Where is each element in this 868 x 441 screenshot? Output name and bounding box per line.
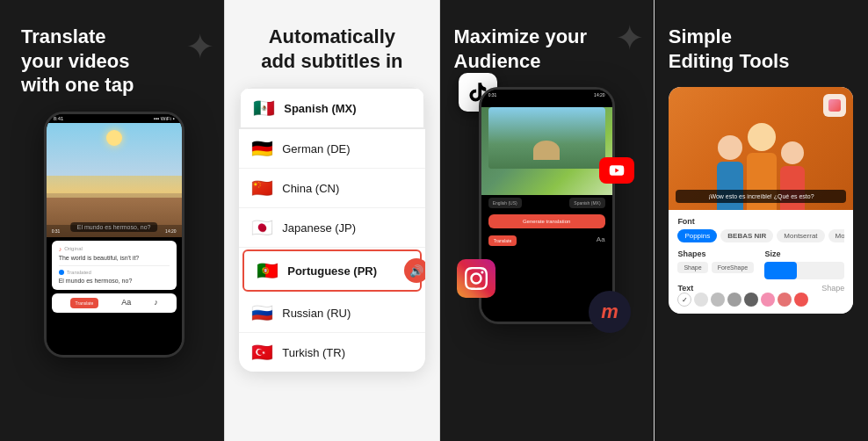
sky-bg xyxy=(47,123,182,176)
editing-card: ¡Wow esto es increíble! ¿Qué es esto? Fo… xyxy=(669,87,853,314)
audience-video-inner xyxy=(488,107,605,169)
panel-editing: SimpleEditing Tools xyxy=(655,0,868,441)
translated-text: El mundo es hermoso, no? xyxy=(59,277,170,285)
audience-video xyxy=(481,107,612,195)
font-bebas[interactable]: BEBAS NIR xyxy=(720,229,773,242)
edit-small-icon xyxy=(823,94,846,117)
lang-name-portuguese: Portuguese (PR) xyxy=(287,264,377,278)
two-col-section: Shapes Shape ForeShape Size xyxy=(677,249,844,279)
font-row: Poppins BEBAS NIR Montserrat Mon xyxy=(677,229,844,242)
edit-controls-area: Font Poppins BEBAS NIR Montserrat Mon Sh… xyxy=(669,210,853,314)
lang-item-spanish[interactable]: 🇲🇽 Spanish (MX) xyxy=(239,87,424,129)
edit-photo-area: ¡Wow esto es increíble! ¿Qué es esto? xyxy=(669,87,853,210)
flag-cn: 🇨🇳 xyxy=(251,177,273,199)
font-montserrat[interactable]: Montserrat xyxy=(777,229,824,242)
translate-button[interactable]: Translate xyxy=(70,298,99,308)
park-scene xyxy=(488,107,605,169)
person-3-body xyxy=(780,166,805,210)
status-bar-1: 8:41 ▪▪▪ WiFi ▪ xyxy=(47,114,182,123)
audience-status-bar: 0:31 14:20 xyxy=(481,90,612,100)
lang-name-spanish: Spanish (MX) xyxy=(284,102,356,115)
color-row: ✓ xyxy=(677,293,844,307)
color-swatch-3[interactable] xyxy=(727,293,741,307)
color-swatch-1[interactable] xyxy=(694,293,708,307)
flag-de: 🇩🇪 xyxy=(251,138,273,159)
shape-chip-2[interactable]: ForeShape xyxy=(712,262,755,273)
speaker-icon: 🔊 xyxy=(404,258,425,283)
panel-subtitles: Automaticallyadd subtitles in ✓ 🇲🇽 Spani… xyxy=(225,0,438,441)
audience-time-right: 14:20 xyxy=(594,92,605,98)
youtube-logo xyxy=(599,157,634,184)
person-2-head xyxy=(748,123,776,151)
translated-label-row: Translated xyxy=(59,270,170,275)
panel-translate: ✦ Translateyour videosEl mundo es hermos… xyxy=(0,0,224,441)
color-swatch-check[interactable]: ✓ xyxy=(677,293,691,307)
lang-name-german: German (DE) xyxy=(282,142,350,155)
color-swatch-6[interactable] xyxy=(778,293,792,307)
phone-bottom-icons: Translate Aa xyxy=(481,232,612,249)
sun-icon xyxy=(106,130,122,146)
font-montserrat-2[interactable]: Mon xyxy=(828,229,845,242)
lang-item-china[interactable]: 🇨🇳 China (CN) xyxy=(239,169,424,208)
aa-icon: Aa xyxy=(597,235,605,246)
lang-item-german[interactable]: 🇩🇪 German (DE) xyxy=(239,129,424,169)
lang-item-turkish[interactable]: 🇹🇷 Turkish (TR) xyxy=(239,333,424,372)
audience-screen: 0:31 14:20 English (US) Spanish (MX) xyxy=(481,90,612,322)
flag-jp: 🇯🇵 xyxy=(251,217,273,238)
size-section-label: Size xyxy=(764,249,844,258)
flag-tr: 🇹🇷 xyxy=(251,342,273,363)
m-brand-logo: m xyxy=(589,291,631,333)
translate-bottom-btn[interactable]: Translate xyxy=(488,235,517,246)
audience-phone-wrapper: 0:31 14:20 English (US) Spanish (MX) xyxy=(476,87,617,324)
size-slider[interactable] xyxy=(764,262,844,279)
video-time-right: 14:20 xyxy=(165,228,177,234)
blue-dot-icon xyxy=(59,270,64,275)
instagram-logo xyxy=(457,259,495,298)
card-divider xyxy=(59,265,170,266)
shape-chip-1[interactable]: Shape xyxy=(677,262,707,273)
lang-name-japanese: Japanese (JP) xyxy=(282,221,356,235)
text-label: Text xyxy=(677,284,693,293)
color-swatch-5[interactable] xyxy=(761,293,775,307)
video-time-left: 0:31 xyxy=(52,228,61,234)
shapes-label-2: Shape xyxy=(821,284,844,293)
translation-card: ♪ Original The world is beautiful, isn't… xyxy=(52,241,177,290)
color-swatch-4[interactable] xyxy=(744,293,758,307)
phone-mockup-1: 8:41 ▪▪▪ WiFi ▪ El mundo es hermoso, no?… xyxy=(44,112,184,358)
original-label: ♪ Original xyxy=(59,246,170,252)
shapes-row: Shape ForeShape xyxy=(677,262,757,273)
person-3-head xyxy=(781,141,804,164)
flag-mx: 🇲🇽 xyxy=(253,98,275,119)
panel-2-title: Automaticallyadd subtitles in xyxy=(239,25,424,73)
lang-item-japanese[interactable]: 🇯🇵 Japanese (JP) xyxy=(239,208,424,248)
lang-to-selector[interactable]: Spanish (MX) xyxy=(569,198,604,208)
lang-from-selector[interactable]: English (US) xyxy=(488,198,522,208)
text-color-row: Text Shape xyxy=(677,284,844,293)
audience-phone: 0:31 14:20 English (US) Spanish (MX) xyxy=(479,87,615,324)
lang-name-russian: Russian (RU) xyxy=(282,307,351,320)
phone-bottom-bar: Translate Aa ♪ xyxy=(52,293,177,313)
generate-translation-btn[interactable]: Generate translation xyxy=(488,214,605,228)
phone-video-area: El mundo es hermoso, no? 0:31 14:20 xyxy=(47,123,182,237)
size-slider-fill xyxy=(764,262,796,279)
panel-audience: ✦ Maximize yourAudience 0:31 14:20 xyxy=(440,0,654,441)
panel-4-title: SimpleEditing Tools xyxy=(669,25,854,73)
language-list: 🇲🇽 Spanish (MX) 🇩🇪 German (DE) 🇨🇳 China … xyxy=(239,87,424,372)
color-swatch-7[interactable] xyxy=(794,293,808,307)
signal-icons: ▪▪▪ WiFi ▪ xyxy=(154,116,175,121)
shapes-col: Shapes Shape ForeShape xyxy=(677,249,757,279)
edit-icon-shape xyxy=(828,99,841,112)
lang-name-turkish: Turkish (TR) xyxy=(282,346,345,359)
lang-selector-row: English (US) Spanish (MX) xyxy=(481,195,612,211)
lang-item-portuguese[interactable]: 🇵🇹 Portuguese (PR) 🔊 xyxy=(242,249,421,292)
font-poppins[interactable]: Poppins xyxy=(677,229,717,242)
person-1-head xyxy=(718,135,742,160)
audience-time: 0:31 xyxy=(488,92,497,98)
color-swatch-2[interactable] xyxy=(711,293,725,307)
edit-caption-bubble: ¡Wow esto es increíble! ¿Qué es esto? xyxy=(676,190,846,203)
lang-name-china: China (CN) xyxy=(282,182,339,195)
panel-3-title: Maximize yourAudience xyxy=(454,25,640,73)
dog-silhouette xyxy=(533,141,560,160)
lang-item-russian[interactable]: 🇷🇺 Russian (RU) xyxy=(239,293,424,333)
font-icon: Aa xyxy=(121,298,131,308)
